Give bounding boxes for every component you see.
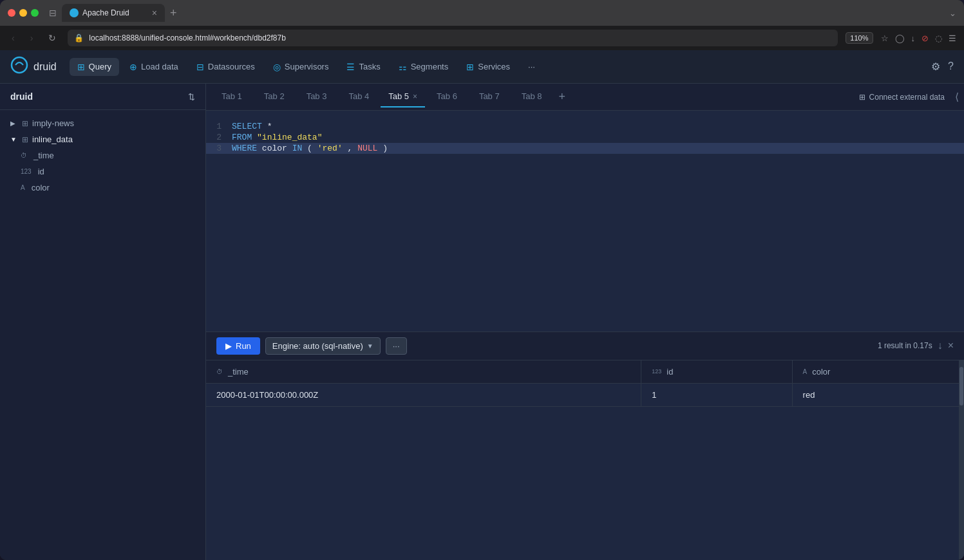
tab-tab5[interactable]: Tab 5 × bbox=[381, 86, 425, 107]
col-header-id[interactable]: 123 id bbox=[641, 360, 792, 384]
nav-tasks-label: Tasks bbox=[359, 62, 380, 71]
nav-segments-label: Segments bbox=[411, 62, 449, 71]
connect-external-button[interactable]: ⊞ Connect external data bbox=[854, 90, 950, 104]
results-scrollbar[interactable] bbox=[959, 360, 964, 561]
keyword-select: SELECT bbox=[232, 122, 262, 131]
sql-editor[interactable]: 1 SELECT * 2 FROM "inline_data" bbox=[206, 111, 964, 331]
nav-more-label: ··· bbox=[528, 62, 535, 71]
sql-line-content-3: WHERE color IN ( 'red' , NULL ) bbox=[232, 144, 964, 153]
nav-supervisors[interactable]: ◎ Supervisors bbox=[265, 58, 337, 76]
connect-external-label: Connect external data bbox=[869, 93, 945, 102]
sidebar-header: druid ⇅ bbox=[0, 84, 205, 110]
result-row-0: 2000-01-01T00:00:00.000Z 1 red bbox=[206, 383, 964, 406]
table-icon-inline: ⊞ bbox=[22, 135, 28, 144]
add-tab-button[interactable]: + bbox=[554, 90, 571, 104]
tab-tab4[interactable]: Tab 4 bbox=[338, 85, 379, 109]
run-button[interactable]: ▶ Run bbox=[216, 337, 260, 355]
nav-query-label: Query bbox=[89, 62, 111, 71]
results-area: ⏱ _time 123 id bbox=[206, 360, 964, 561]
shield-icon[interactable]: ⊘ bbox=[921, 33, 929, 43]
new-tab-button[interactable]: + bbox=[165, 6, 182, 20]
sidebar-item-color[interactable]: A color bbox=[0, 180, 205, 196]
col-header-color[interactable]: A color bbox=[792, 360, 964, 384]
nav-tasks[interactable]: ☰ Tasks bbox=[339, 58, 388, 76]
run-bar-right: 1 result in 0.17s ↓ × bbox=[878, 340, 954, 351]
connect-external-icon: ⊞ bbox=[859, 93, 865, 102]
sql-line-content-2: FROM "inline_data" bbox=[232, 133, 964, 142]
download-results-button[interactable]: ↓ bbox=[938, 340, 943, 351]
results-table: ⏱ _time 123 id bbox=[206, 360, 964, 407]
nav-services[interactable]: ⊞ Services bbox=[458, 58, 518, 76]
number-type-icon: 123 bbox=[652, 368, 661, 375]
number-col-icon: 123 bbox=[21, 168, 32, 175]
sidebar-item-imply-news[interactable]: ▶ ⊞ imply-news bbox=[0, 115, 205, 131]
browser-titlebar: ⊟ Apache Druid × + ⌄ bbox=[0, 0, 964, 26]
tabs-right: ⊞ Connect external data ⟨ bbox=[854, 90, 959, 104]
nav-query[interactable]: ⊞ Query bbox=[70, 58, 119, 76]
services-nav-icon: ⊞ bbox=[466, 62, 474, 72]
tab-tab7[interactable]: Tab 7 bbox=[469, 85, 510, 109]
reload-button[interactable]: ↻ bbox=[44, 30, 60, 46]
sidebar-toggle-icon[interactable]: ⊟ bbox=[49, 8, 57, 18]
more-options-button[interactable]: ··· bbox=[386, 337, 407, 355]
minimize-window-button[interactable] bbox=[19, 9, 27, 17]
profile-icon[interactable]: ◯ bbox=[895, 33, 905, 43]
datasources-nav-icon: ⊟ bbox=[196, 62, 204, 72]
sql-comma: , bbox=[348, 144, 358, 153]
collapse-panel-icon[interactable]: ⟨ bbox=[955, 91, 959, 103]
minimize-icon[interactable]: ⌄ bbox=[949, 8, 956, 18]
col-header-time[interactable]: ⏱ _time bbox=[206, 360, 641, 384]
browser-tab-apache-druid[interactable]: Apache Druid × bbox=[62, 4, 165, 22]
maximize-window-button[interactable] bbox=[31, 9, 39, 17]
chevron-right-icon: ▶ bbox=[10, 120, 18, 127]
tab-tab2[interactable]: Tab 2 bbox=[254, 85, 295, 109]
back-button[interactable]: ‹ bbox=[8, 30, 19, 46]
clear-results-button[interactable]: × bbox=[948, 340, 954, 351]
sql-value-null: NULL bbox=[357, 144, 377, 153]
string-col-icon: A bbox=[21, 184, 25, 191]
sidebar-expand-icon[interactable]: ⇅ bbox=[188, 92, 195, 102]
forward-button[interactable]: › bbox=[26, 30, 37, 46]
segments-nav-icon: ⚏ bbox=[399, 62, 407, 72]
nav-services-label: Services bbox=[478, 62, 510, 71]
browser-window: ⊟ Apache Druid × + ⌄ ‹ › ↻ 🔒 localhost:8… bbox=[0, 0, 964, 560]
security-icon: 🔒 bbox=[74, 33, 84, 42]
sql-star: * bbox=[267, 122, 272, 131]
download-icon[interactable]: ↓ bbox=[911, 33, 916, 43]
browser-tab-close-button[interactable]: × bbox=[152, 8, 157, 18]
settings-icon[interactable]: ⚙ bbox=[931, 61, 940, 73]
tab-tab6[interactable]: Tab 6 bbox=[426, 85, 468, 109]
help-icon[interactable]: ? bbox=[948, 61, 954, 73]
logo-area: druid bbox=[10, 56, 57, 78]
more-dots: ··· bbox=[393, 341, 400, 351]
sql-paren-close: ) bbox=[383, 144, 388, 153]
tree-item-label: imply-news bbox=[32, 118, 74, 128]
nav-more[interactable]: ··· bbox=[520, 58, 543, 75]
extension-icon[interactable]: ◌ bbox=[935, 33, 942, 43]
nav-load-data[interactable]: ⊕ Load data bbox=[122, 58, 186, 76]
zoom-level[interactable]: 110% bbox=[846, 32, 873, 44]
sql-paren-open: ( bbox=[307, 144, 312, 153]
close-window-button[interactable] bbox=[8, 9, 15, 17]
col-header-color-label: color bbox=[812, 367, 830, 377]
sidebar-item-id[interactable]: 123 id bbox=[0, 163, 205, 180]
sidebar-item-time[interactable]: ⏱ _time bbox=[0, 147, 205, 163]
nav-datasources[interactable]: ⊟ Datasources bbox=[189, 58, 263, 76]
bookmark-icon[interactable]: ☆ bbox=[881, 33, 889, 43]
sql-value-red: 'red' bbox=[317, 144, 343, 153]
tasks-nav-icon: ☰ bbox=[346, 62, 355, 72]
sidebar-item-inline-data[interactable]: ▼ ⊞ inline_data bbox=[0, 131, 205, 147]
window-controls: ⌄ bbox=[949, 8, 956, 18]
query-nav-icon: ⊞ bbox=[77, 62, 85, 72]
app-wrapper: druid ⊞ Query ⊕ Load data ⊟ Datasources … bbox=[0, 50, 964, 560]
engine-select[interactable]: Engine: auto (sql-native) ▼ bbox=[265, 337, 381, 355]
tab-tab1[interactable]: Tab 1 bbox=[211, 85, 252, 109]
result-cell-color-0: red bbox=[792, 383, 964, 406]
nav-segments[interactable]: ⚏ Segments bbox=[391, 58, 457, 76]
tab5-close-button[interactable]: × bbox=[413, 92, 417, 101]
tab-tab3[interactable]: Tab 3 bbox=[296, 85, 337, 109]
address-bar[interactable]: 🔒 localhost:8888/unified-console.html#wo… bbox=[68, 30, 838, 46]
main-area: druid ⇅ ▶ ⊞ imply-news ▼ ⊞ inline_data bbox=[0, 84, 964, 560]
menu-icon[interactable]: ☰ bbox=[949, 33, 956, 43]
tab-tab8[interactable]: Tab 8 bbox=[511, 85, 553, 109]
